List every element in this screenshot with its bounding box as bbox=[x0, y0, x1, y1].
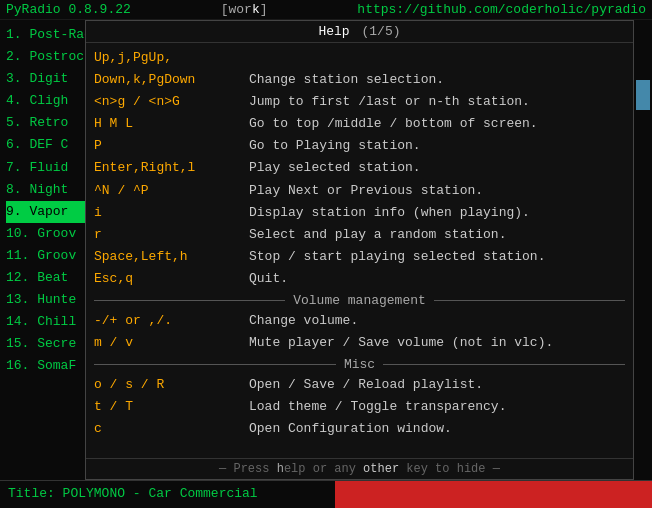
playing-bar bbox=[335, 481, 652, 508]
help-row: Esc,q Quit. bbox=[94, 268, 625, 290]
help-desc: Open / Save / Reload playlist. bbox=[249, 374, 625, 396]
help-key: Space,Left,h bbox=[94, 246, 249, 268]
help-desc bbox=[249, 47, 625, 69]
help-desc: Jump to first /last or n-th station. bbox=[249, 91, 625, 113]
help-page: (1/5) bbox=[354, 24, 401, 39]
app-title: PyRadio 0.8.9.22 bbox=[6, 2, 131, 17]
section-line bbox=[94, 364, 336, 365]
help-title: Help bbox=[318, 24, 349, 39]
help-key: t / T bbox=[94, 396, 249, 418]
help-desc: Go to Playing station. bbox=[249, 135, 625, 157]
help-row: Enter,Right,l Play selected station. bbox=[94, 157, 625, 179]
help-row: c Open Configuration window. bbox=[94, 418, 625, 440]
main-content: 1. Post-Radio 2. Postrocks.me 3. Digit 4… bbox=[0, 20, 652, 480]
help-row: <n>g / <n>G Jump to first /last or n-th … bbox=[94, 91, 625, 113]
help-key: Enter,Right,l bbox=[94, 157, 249, 179]
help-row: -/+ or ,/. Change volume. bbox=[94, 310, 625, 332]
app: PyRadio 0.8.9.22 [work] https://github.c… bbox=[0, 0, 652, 508]
help-key: Esc,q bbox=[94, 268, 249, 290]
help-content: Up,j,PgUp, Down,k,PgDown Change station … bbox=[86, 43, 633, 458]
help-key: r bbox=[94, 224, 249, 246]
help-key: ^N / ^P bbox=[94, 180, 249, 202]
title-label: Title: POLYMONO - Car Commercial bbox=[0, 481, 335, 508]
help-key: P bbox=[94, 135, 249, 157]
help-row: o / s / R Open / Save / Reload playlist. bbox=[94, 374, 625, 396]
help-key: Down,k,PgDown bbox=[94, 69, 249, 91]
help-row: m / v Mute player / Save volume (not in … bbox=[94, 332, 625, 354]
help-row: P Go to Playing station. bbox=[94, 135, 625, 157]
help-key: -/+ or ,/. bbox=[94, 310, 249, 332]
help-key: H M L bbox=[94, 113, 249, 135]
help-desc: Select and play a random station. bbox=[249, 224, 625, 246]
help-desc: Play Next or Previous station. bbox=[249, 180, 625, 202]
help-row: Space,Left,h Stop / start playing select… bbox=[94, 246, 625, 268]
help-desc: Stop / start playing selected station. bbox=[249, 246, 625, 268]
section-line bbox=[383, 364, 625, 365]
bottom-bar: Title: POLYMONO - Car Commercial bbox=[0, 480, 652, 508]
help-row: t / T Load theme / Toggle transparency. bbox=[94, 396, 625, 418]
scrollbar[interactable] bbox=[634, 20, 652, 480]
help-desc: Change station selection. bbox=[249, 69, 625, 91]
scrollbar-thumb[interactable] bbox=[636, 80, 650, 110]
help-row: Up,j,PgUp, bbox=[94, 47, 625, 69]
section-label-misc: Misc bbox=[344, 357, 375, 372]
help-section-misc: Misc bbox=[94, 357, 625, 372]
github-link[interactable]: https://github.com/coderholic/pyradio bbox=[357, 2, 646, 17]
help-row: Down,k,PgDown Change station selection. bbox=[94, 69, 625, 91]
help-desc: Mute player / Save volume (not in vlc). bbox=[249, 332, 625, 354]
help-desc: Display station info (when playing). bbox=[249, 202, 625, 224]
help-key: Up,j,PgUp, bbox=[94, 47, 249, 69]
help-desc: Load theme / Toggle transparency. bbox=[249, 396, 625, 418]
section-label-volume: Volume management bbox=[293, 293, 426, 308]
help-key: c bbox=[94, 418, 249, 440]
help-desc: Change volume. bbox=[249, 310, 625, 332]
help-key: o / s / R bbox=[94, 374, 249, 396]
help-desc: Quit. bbox=[249, 268, 625, 290]
help-footer: — Press help or any other key to hide — bbox=[86, 458, 633, 479]
help-key: m / v bbox=[94, 332, 249, 354]
section-line bbox=[94, 300, 285, 301]
section-line bbox=[434, 300, 625, 301]
help-desc: Play selected station. bbox=[249, 157, 625, 179]
help-row: i Display station info (when playing). bbox=[94, 202, 625, 224]
help-desc: Open Configuration window. bbox=[249, 418, 625, 440]
help-section-volume: Volume management bbox=[94, 293, 625, 308]
help-key: i bbox=[94, 202, 249, 224]
help-row: r Select and play a random station. bbox=[94, 224, 625, 246]
top-bar: PyRadio 0.8.9.22 [work] https://github.c… bbox=[0, 0, 652, 20]
help-title-bar: Help (1/5) bbox=[86, 21, 633, 43]
help-row: ^N / ^P Play Next or Previous station. bbox=[94, 180, 625, 202]
help-desc: Go to top /middle / bottom of screen. bbox=[249, 113, 625, 135]
help-row: H M L Go to top /middle / bottom of scre… bbox=[94, 113, 625, 135]
help-key: <n>g / <n>G bbox=[94, 91, 249, 113]
bracket-indicator: [work] bbox=[221, 2, 268, 17]
help-overlay: Help (1/5) Up,j,PgUp, Down,k,PgDown Chan… bbox=[85, 20, 634, 480]
